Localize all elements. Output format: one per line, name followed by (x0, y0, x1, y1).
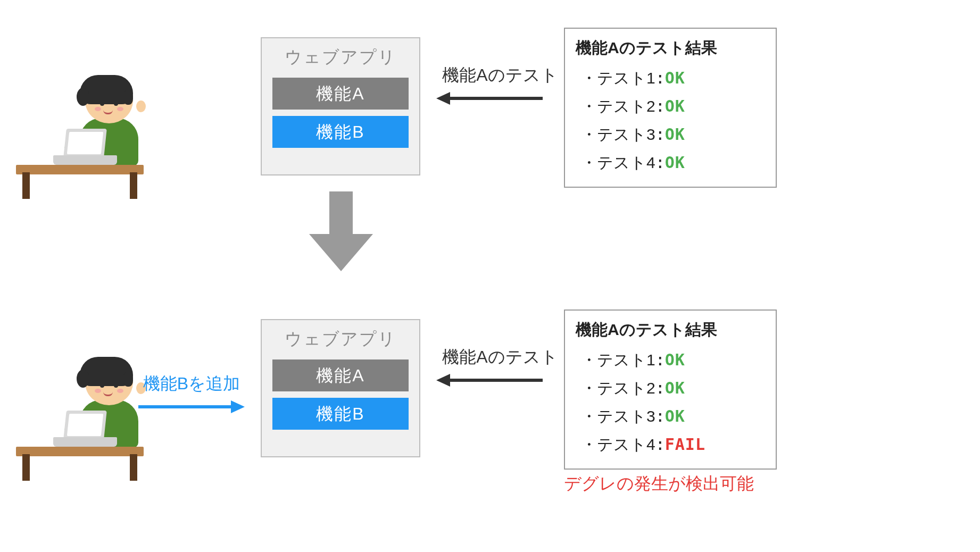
svg-rect-2 (329, 191, 353, 234)
result-item: テスト3:OK (576, 121, 765, 149)
webapp-title: ウェブアプリ (272, 46, 409, 69)
feature-a: 機能A (272, 78, 409, 110)
svg-marker-1 (436, 92, 450, 105)
feature-b: 機能B (272, 398, 409, 430)
svg-marker-5 (231, 400, 245, 413)
status-ok: OK (665, 125, 685, 144)
svg-marker-3 (309, 234, 373, 271)
result-item: テスト2:OK (576, 374, 765, 403)
status-ok: OK (665, 97, 685, 115)
result-label: テスト2 (597, 97, 655, 115)
test-results-box: 機能Aのテスト結果 テスト1:OKテスト2:OKテスト3:OKテスト4:FAIL (564, 310, 777, 470)
results-title: 機能Aのテスト結果 (576, 37, 765, 59)
add-feature-label: 機能Bを追加 (133, 372, 250, 396)
stage-after: 機能Bを追加 ウェブアプリ 機能A 機能B 機能Aのテスト 機能Aのテスト結果 … (0, 298, 980, 532)
arrow-left-icon (436, 370, 543, 391)
status-ok: OK (665, 350, 685, 369)
feature-b: 機能B (272, 116, 409, 148)
arrow-right-blue-icon (138, 396, 245, 417)
result-item: テスト3:OK (576, 403, 765, 431)
stage-before: ウェブアプリ 機能A 機能B 機能Aのテスト 機能Aのテスト結果 テスト1:OK… (0, 16, 980, 250)
test-arrow-label: 機能Aのテスト (431, 346, 569, 369)
result-label: テスト1 (597, 351, 655, 369)
test-results-box: 機能Aのテスト結果 テスト1:OKテスト2:OKテスト3:OKテスト4:OK (564, 28, 777, 188)
webapp-box: ウェブアプリ 機能A 機能B (261, 319, 420, 457)
results-title: 機能Aのテスト結果 (576, 319, 765, 341)
developer-illustration (16, 80, 144, 197)
status-fail: FAIL (665, 435, 705, 454)
arrow-left-icon (436, 88, 543, 109)
result-label: テスト3 (597, 126, 655, 143)
status-ok: OK (665, 379, 685, 397)
results-list: テスト1:OKテスト2:OKテスト3:OKテスト4:OK (576, 64, 765, 177)
test-arrow-label: 機能Aのテスト (431, 64, 569, 87)
svg-marker-7 (436, 374, 450, 387)
result-item: テスト1:OK (576, 346, 765, 374)
webapp-box: ウェブアプリ 機能A 機能B (261, 37, 420, 175)
down-arrow-icon (304, 191, 378, 271)
feature-a: 機能A (272, 359, 409, 391)
regression-detected-note: デグレの発生が検出可能 (564, 472, 754, 496)
result-label: テスト2 (597, 379, 655, 397)
status-ok: OK (665, 153, 685, 172)
result-label: テスト4 (597, 154, 655, 171)
result-label: テスト1 (597, 69, 655, 87)
developer-illustration (16, 362, 144, 479)
result-item: テスト1:OK (576, 64, 765, 93)
results-list: テスト1:OKテスト2:OKテスト3:OKテスト4:FAIL (576, 346, 765, 459)
result-label: テスト4 (597, 436, 655, 453)
webapp-title: ウェブアプリ (272, 328, 409, 351)
status-ok: OK (665, 407, 685, 425)
result-item: テスト4:OK (576, 149, 765, 177)
result-label: テスト3 (597, 407, 655, 425)
result-item: テスト4:FAIL (576, 431, 765, 459)
status-ok: OK (665, 69, 685, 87)
result-item: テスト2:OK (576, 93, 765, 121)
